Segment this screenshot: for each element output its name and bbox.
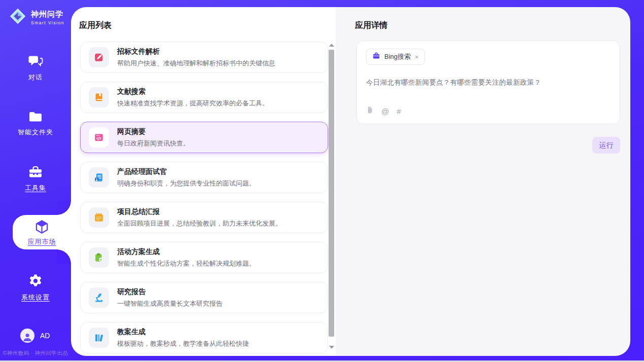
document-edit-icon (89, 47, 109, 67)
app-card-bid-document[interactable]: 招标文件解析 帮助用户快速、准确地理解和解析招标书中的关键信息 (80, 42, 328, 73)
content-shell: 应用列表 招标文件解析 帮助用户快速、准确地理解和解析招标书中的关键信息 (71, 7, 630, 356)
tool-tag-label: Bing搜索 (384, 52, 411, 61)
app-card-title: 项目总结汇报 (117, 207, 282, 216)
toolbox-icon (28, 165, 43, 179)
app-card-lesson-plan[interactable]: 教案生成 模板驱动，教案秒成，教学准备从此轻松快捷 (80, 322, 328, 353)
app-list-title: 应用列表 (79, 20, 112, 31)
sidebar: 神州问学 Smart Vision 对话 智能文件夹 (0, 0, 71, 362)
gear-icon (28, 274, 43, 288)
sidebar-item-app-market[interactable]: 应用市场 (13, 215, 71, 249)
scrollbar-thumb[interactable] (329, 50, 334, 337)
user-initials: AD (40, 332, 50, 340)
app-card-desc: 全面回顾项目进展，总结经验教训，助力未来优化发展。 (117, 219, 282, 228)
sidebar-item-settings[interactable]: 系统设置 (0, 274, 71, 302)
app-card-title: 文献搜索 (117, 87, 269, 96)
sidebar-item-label: 系统设置 (0, 293, 71, 302)
close-icon[interactable]: × (415, 54, 419, 60)
app-card-research-report[interactable]: 研究报告 一键智能生成高质量长文本研究报告 (80, 282, 328, 313)
app-card-title: 活动方案生成 (117, 247, 256, 257)
app-list-panel: 应用列表 招标文件解析 帮助用户快速、准确地理解和解析招标书中的关键信息 (71, 7, 336, 356)
chat-icon (28, 55, 43, 69)
brand: 神州问学 Smart Vision (8, 7, 64, 28)
app-card-title: 招标文件解析 (117, 47, 275, 56)
app-card-desc: 每日政府新闻资讯快查。 (117, 139, 190, 148)
run-button[interactable]: 运行 (592, 137, 620, 154)
book-icon (89, 87, 109, 107)
logo-icon (8, 7, 27, 28)
clipboard-check-icon (89, 247, 109, 268)
hash-icon[interactable]: # (397, 107, 401, 116)
scrollbar[interactable] (329, 43, 334, 350)
app-card-desc: 帮助用户快速、准确地理解和解析招标书中的关键信息 (117, 59, 275, 68)
app-card-title: 产品经理面试官 (117, 167, 256, 176)
brand-subtitle: Smart Vision (31, 20, 64, 25)
app-card-desc: 一键智能生成高质量长文本研究报告 (117, 299, 223, 308)
resume-icon (89, 167, 109, 188)
sidebar-item-label: 应用市场 (13, 237, 71, 246)
microscope-icon (89, 287, 109, 308)
sidebar-item-smart-folder[interactable]: 智能文件夹 (0, 111, 71, 137)
copyright: ©神州数码 · 神州问学出品 (0, 350, 71, 357)
at-mention-icon[interactable]: @ (381, 107, 389, 116)
app-card-desc: 明确身份和职责，为您提供专业性的面试问题。 (117, 179, 256, 188)
sidebar-item-label: 对话 (0, 73, 71, 82)
prompt-text[interactable]: 今日湖北有哪些新闻要点？有哪些需要关注的最新政策？ (366, 78, 611, 87)
notepad-icon (89, 207, 109, 228)
briefcase-icon (372, 52, 380, 62)
app-card-event-plan[interactable]: 活动方案生成 智能生成个性化活动方案，轻松解决规划难题。 (80, 242, 328, 273)
app-card-title: 研究报告 (117, 287, 223, 297)
folder-icon (28, 111, 43, 125)
browser-code-icon (89, 127, 109, 148)
avatar (20, 329, 34, 343)
brand-name: 神州问学 (31, 10, 64, 19)
app-detail-panel: 应用详情 Bing搜索 × 今日湖北有哪些新闻要点？有哪些需要关注的最新政策？ (336, 7, 630, 356)
app-detail-title: 应用详情 (355, 20, 387, 31)
cube-icon (35, 227, 49, 236)
scroll-down-arrow-icon[interactable] (329, 346, 334, 349)
app-card-title: 网页摘要 (117, 127, 190, 136)
app-card-project-summary[interactable]: 项目总结汇报 全面回顾项目进展，总结经验教训，助力未来优化发展。 (80, 202, 328, 233)
app-card-desc: 智能生成个性化活动方案，轻松解决规划难题。 (117, 259, 256, 268)
sidebar-item-label: 智能文件夹 (0, 128, 71, 137)
sidebar-item-toolset[interactable]: 工具集 (0, 165, 71, 193)
app-list: 招标文件解析 帮助用户快速、准确地理解和解析招标书中的关键信息 文献搜索 快速精… (80, 42, 328, 356)
app-card-desc: 模板驱动，教案秒成，教学准备从此轻松快捷 (117, 339, 249, 348)
app-card-title: 教案生成 (117, 328, 249, 337)
tool-tag-bing-search[interactable]: Bing搜索 × (366, 49, 425, 65)
attachment-toolbar: @ # (366, 106, 611, 117)
app-card-desc: 快速精准查找学术资源，提高研究效率的必备工具。 (117, 99, 269, 108)
user-row[interactable]: AD (20, 329, 50, 343)
paperclip-icon[interactable] (366, 106, 374, 117)
app-card-literature-search[interactable]: 文献搜索 快速精准查找学术资源，提高研究效率的必备工具。 (80, 82, 328, 113)
books-icon (89, 328, 109, 348)
app-card-web-summary[interactable]: 网页摘要 每日政府新闻资讯快查。 (80, 122, 328, 153)
prompt-card[interactable]: Bing搜索 × 今日湖北有哪些新闻要点？有哪些需要关注的最新政策？ @ # (356, 41, 620, 124)
sidebar-item-label: 工具集 (0, 184, 71, 193)
scroll-up-arrow-icon[interactable] (329, 44, 334, 47)
sidebar-item-chat[interactable]: 对话 (0, 55, 71, 82)
app-card-pm-interviewer[interactable]: 产品经理面试官 明确身份和职责，为您提供专业性的面试问题。 (80, 162, 328, 193)
